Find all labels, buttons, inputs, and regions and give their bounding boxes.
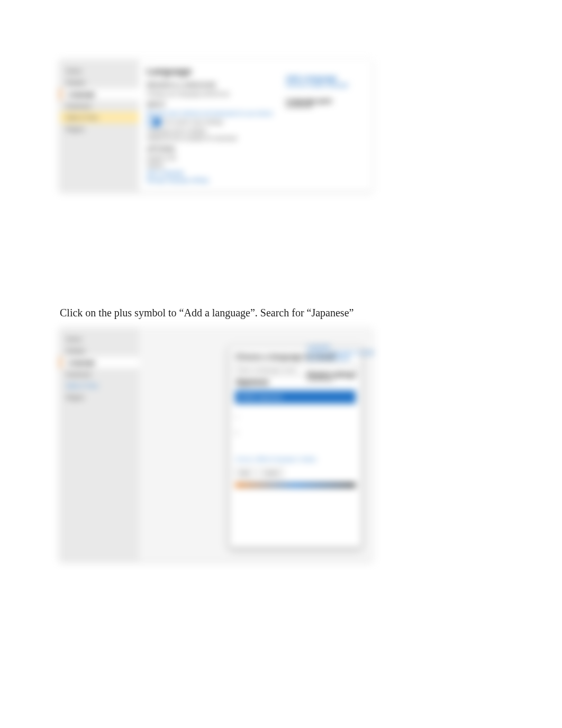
dialog-accent-bar bbox=[235, 483, 356, 487]
annotation2-line1: Language bbox=[307, 344, 374, 350]
settings-sidebar: Home Display Language Keyboard Date & Ti… bbox=[60, 60, 139, 191]
fonts-line: Additional fonts available for download bbox=[147, 135, 365, 141]
sidebar-item-keyboard[interactable]: Keyboard bbox=[60, 100, 139, 112]
toggle-row: Use system input settings bbox=[147, 118, 365, 126]
sidebar-item-region-2[interactable]: Region bbox=[60, 392, 139, 403]
annotation-langpack: Language pack bbox=[286, 97, 348, 105]
input-toggle[interactable] bbox=[147, 118, 161, 126]
sidebar-item-datetime[interactable]: Date & Time bbox=[60, 112, 139, 123]
sidebar-item-language-2[interactable]: Language bbox=[60, 357, 139, 368]
opt-default: Default bbox=[147, 162, 365, 168]
settings-sidebar-2: Home Display Language Keyboard Date & Ti… bbox=[60, 328, 139, 561]
right-annotations-2: Language Choose a language to install fr… bbox=[307, 344, 374, 380]
toggle-label: Use system input settings bbox=[163, 119, 223, 125]
section-options: Options bbox=[147, 145, 365, 153]
sidebar-item-region[interactable]: Region bbox=[60, 123, 139, 135]
lang-packs-line: Language packs installed bbox=[147, 128, 365, 134]
dialog-button-row: Next Cancel bbox=[235, 468, 356, 478]
sidebar-item-keyboard-2[interactable]: Keyboard bbox=[60, 368, 139, 380]
annotation2-line2: Choose a language to install bbox=[307, 350, 374, 356]
input-desc: Manage input methods and keyboards for y… bbox=[147, 111, 365, 116]
annotation-display-lang: Windows display language bbox=[286, 82, 348, 88]
search-result-japanese[interactable]: 日本語 Japanese bbox=[235, 390, 356, 404]
manage-link[interactable]: Manage language settings bbox=[147, 177, 365, 183]
section-letter-b: B bbox=[235, 430, 356, 435]
sidebar-item-display[interactable]: Display bbox=[60, 77, 139, 88]
opt-english: English (US) bbox=[147, 155, 365, 161]
annotation2-underline bbox=[307, 379, 333, 380]
next-button[interactable]: Next bbox=[235, 468, 255, 478]
annotation2-line3: from the list below bbox=[307, 356, 374, 361]
dialog-footer-link[interactable]: Choose a different language to display bbox=[235, 457, 356, 462]
sidebar-item-home-2[interactable]: Home bbox=[60, 333, 139, 345]
section-letter-a: A bbox=[235, 414, 356, 420]
sidebar-item-datetime-2[interactable]: Date & Time bbox=[60, 380, 139, 392]
annotation-underline bbox=[286, 106, 312, 107]
sidebar-item-language[interactable]: Language bbox=[60, 88, 139, 100]
cancel-button[interactable]: Cancel bbox=[259, 468, 283, 478]
right-annotations-1: Add a language Windows display language … bbox=[286, 74, 348, 107]
annotation-add-language: Add a language bbox=[286, 74, 348, 82]
instruction-text: Click on the plus symbol to “Add a langu… bbox=[60, 307, 353, 319]
add-language-link[interactable]: Add a language bbox=[147, 170, 365, 176]
sidebar-item-home[interactable]: Home bbox=[60, 65, 139, 77]
annotation2-headline: Related settings bbox=[307, 371, 374, 378]
sidebar-item-display-2[interactable]: Display bbox=[60, 345, 139, 357]
